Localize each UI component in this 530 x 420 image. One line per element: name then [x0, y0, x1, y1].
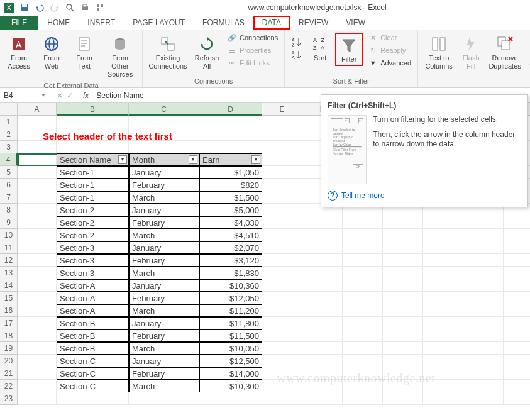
- cell-E14[interactable]: [262, 279, 302, 292]
- cell-E5[interactable]: [262, 166, 302, 179]
- cell-D10[interactable]: $4,510: [199, 229, 262, 241]
- cell-E11[interactable]: [262, 241, 302, 254]
- row-header-12[interactable]: 12: [0, 254, 18, 267]
- cell-K23[interactable]: [504, 392, 530, 405]
- tab-view[interactable]: VIEW: [337, 16, 374, 30]
- filter-dropdown-earn[interactable]: ▼: [251, 155, 260, 164]
- cell-I9[interactable]: [423, 216, 463, 229]
- cell-I10[interactable]: [423, 229, 463, 241]
- row-header-13[interactable]: 13: [0, 267, 18, 279]
- cell-J22[interactable]: [463, 380, 504, 392]
- cell-C3[interactable]: [129, 141, 199, 153]
- reapply-button[interactable]: ↻Reapply: [365, 45, 414, 57]
- cell-C19[interactable]: March: [129, 342, 199, 355]
- properties-button[interactable]: ☰Properties: [224, 45, 280, 57]
- cell-E18[interactable]: [262, 329, 302, 342]
- cell-H17[interactable]: [383, 317, 423, 329]
- cell-H10[interactable]: [383, 229, 423, 241]
- cell-E16[interactable]: [262, 304, 302, 317]
- cell-D3[interactable]: [199, 141, 262, 153]
- cell-E15[interactable]: [262, 292, 302, 304]
- data-validation-button[interactable]: Data Validation: [526, 33, 530, 72]
- cell-H23[interactable]: [383, 392, 423, 405]
- row-header-1[interactable]: 1: [0, 116, 18, 128]
- cell-H19[interactable]: [383, 342, 423, 355]
- cell-B17[interactable]: Section-B: [57, 317, 129, 329]
- cell-I15[interactable]: [423, 292, 463, 304]
- edit-links-button[interactable]: ⚯Edit Links: [224, 58, 280, 69]
- cell-C18[interactable]: February: [129, 329, 199, 342]
- existing-connections-button[interactable]: Existing Connections: [146, 33, 189, 72]
- cell-I12[interactable]: [423, 254, 463, 267]
- cell-D21[interactable]: $14,000: [199, 367, 262, 380]
- cell-K20[interactable]: [504, 355, 530, 367]
- cell-A8[interactable]: [18, 204, 57, 216]
- cell-I20[interactable]: [423, 355, 463, 367]
- cell-B9[interactable]: Section-2: [57, 216, 129, 229]
- row-header-15[interactable]: 15: [0, 292, 18, 304]
- cell-B5[interactable]: Section-1: [57, 166, 129, 179]
- cell-C12[interactable]: February: [129, 254, 199, 267]
- cell-C1[interactable]: [129, 116, 199, 128]
- fx-icon[interactable]: fx: [79, 91, 92, 100]
- cell-K22[interactable]: [504, 380, 530, 392]
- cell-C6[interactable]: February: [129, 179, 199, 191]
- cell-G13[interactable]: [343, 267, 383, 279]
- row-header-4[interactable]: 4: [0, 153, 18, 166]
- cell-B3[interactable]: [57, 141, 129, 153]
- cell-K15[interactable]: [504, 292, 530, 304]
- cell-D17[interactable]: $11,800: [199, 317, 262, 329]
- row-header-17[interactable]: 17: [0, 317, 18, 329]
- cell-A15[interactable]: [18, 292, 57, 304]
- cell-B23[interactable]: [57, 392, 129, 405]
- cell-D2[interactable]: [199, 128, 262, 141]
- cell-G16[interactable]: [343, 304, 383, 317]
- col-header-E[interactable]: E: [262, 103, 302, 116]
- cell-J16[interactable]: [463, 304, 504, 317]
- cell-K19[interactable]: [504, 342, 530, 355]
- cell-E19[interactable]: [262, 342, 302, 355]
- cell-C17[interactable]: January: [129, 317, 199, 329]
- cell-I23[interactable]: [423, 392, 463, 405]
- cell-C22[interactable]: March: [129, 380, 199, 392]
- col-header-B[interactable]: B: [57, 103, 129, 116]
- cell-J19[interactable]: [463, 342, 504, 355]
- text-to-columns-button[interactable]: Text to Columns: [422, 33, 456, 72]
- cell-F18[interactable]: [302, 329, 343, 342]
- cell-D16[interactable]: $11,200: [199, 304, 262, 317]
- cell-J9[interactable]: [463, 216, 504, 229]
- cell-D4[interactable]: Earn▼: [199, 153, 262, 166]
- name-box[interactable]: B4▼: [0, 90, 50, 101]
- cell-A5[interactable]: [18, 166, 57, 179]
- from-other-button[interactable]: From Other Sources: [102, 33, 138, 80]
- cell-H16[interactable]: [383, 304, 423, 317]
- row-header-18[interactable]: 18: [0, 329, 18, 342]
- cell-J15[interactable]: [463, 292, 504, 304]
- cell-G23[interactable]: [343, 392, 383, 405]
- cell-I14[interactable]: [423, 279, 463, 292]
- row-header-8[interactable]: 8: [0, 204, 18, 216]
- cell-C10[interactable]: March: [129, 229, 199, 241]
- cell-F9[interactable]: [302, 216, 343, 229]
- cell-F17[interactable]: [302, 317, 343, 329]
- cell-F10[interactable]: [302, 229, 343, 241]
- cell-E20[interactable]: [262, 355, 302, 367]
- cell-B10[interactable]: Section-2: [57, 229, 129, 241]
- cell-D20[interactable]: $12,500: [199, 355, 262, 367]
- cell-G12[interactable]: [343, 254, 383, 267]
- cell-G17[interactable]: [343, 317, 383, 329]
- from-access-button[interactable]: AFrom Access: [4, 33, 34, 72]
- cell-A12[interactable]: [18, 254, 57, 267]
- chevron-down-icon[interactable]: ▼: [41, 92, 46, 98]
- tell-me-more-link[interactable]: ? Tell me more: [328, 191, 521, 201]
- cell-A1[interactable]: [18, 116, 57, 128]
- row-header-6[interactable]: 6: [0, 179, 18, 191]
- advanced-button[interactable]: ▼Advanced: [365, 58, 414, 69]
- row-header-11[interactable]: 11: [0, 241, 18, 254]
- cell-K16[interactable]: [504, 304, 530, 317]
- row-header-16[interactable]: 16: [0, 304, 18, 317]
- cell-A20[interactable]: [18, 355, 57, 367]
- cell-G19[interactable]: [343, 342, 383, 355]
- cell-A21[interactable]: [18, 367, 57, 380]
- enter-icon[interactable]: ✓: [67, 91, 73, 100]
